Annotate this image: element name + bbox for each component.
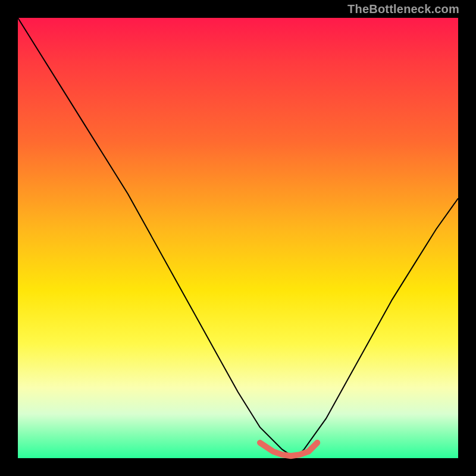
chart-frame: TheBottleneck.com	[0, 0, 476, 476]
plot-area	[18, 18, 458, 458]
watermark-text: TheBottleneck.com	[347, 2, 459, 16]
bottleneck-curve	[18, 18, 458, 458]
chart-svg	[18, 18, 458, 458]
optimal-zone-highlight	[260, 443, 317, 456]
